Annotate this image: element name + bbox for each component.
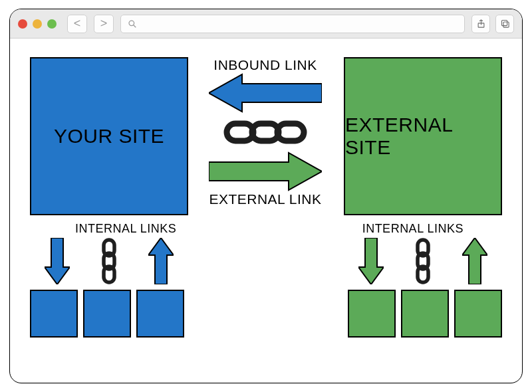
external-arrow-icon xyxy=(209,151,322,191)
browser-window: < > YOUR SITE EXTERNAL SITE INBOUND LINK xyxy=(9,9,523,383)
inbound-arrow-icon xyxy=(209,73,322,113)
your-site-box: YOUR SITE xyxy=(30,57,188,215)
svg-marker-19 xyxy=(462,238,487,284)
svg-marker-9 xyxy=(209,153,322,190)
chain-small-icon xyxy=(414,238,432,284)
minimize-icon[interactable] xyxy=(33,19,42,29)
arrow-up-icon xyxy=(462,238,487,284)
window-controls xyxy=(18,19,57,29)
close-icon[interactable] xyxy=(18,19,27,29)
inbound-link-label: INBOUND LINK xyxy=(213,57,317,73)
svg-line-1 xyxy=(134,25,136,27)
title-bar-right xyxy=(471,15,514,33)
external-link-label: EXTERNAL LINK xyxy=(209,191,321,207)
tabs-icon[interactable] xyxy=(495,15,514,33)
subpage-box xyxy=(30,290,78,338)
title-bar: < > xyxy=(10,9,522,39)
subpage-box xyxy=(136,290,184,338)
back-button[interactable]: < xyxy=(67,15,87,33)
zoom-icon[interactable] xyxy=(47,19,57,29)
svg-marker-5 xyxy=(209,74,322,112)
internal-links-label-left: INTERNAL LINKS xyxy=(75,222,176,236)
subpage-box xyxy=(401,290,449,338)
subpages-right xyxy=(348,290,502,338)
subpage-box xyxy=(454,290,502,338)
svg-rect-3 xyxy=(501,21,507,26)
forward-button[interactable]: > xyxy=(94,15,114,33)
internal-arrows-right xyxy=(344,237,502,286)
chain-small-icon xyxy=(100,238,118,284)
internal-arrows-left xyxy=(30,237,188,286)
diagram-canvas: YOUR SITE EXTERNAL SITE INBOUND LINK xyxy=(10,39,522,383)
external-site-label: EXTERNAL SITE xyxy=(345,114,501,159)
external-site-box: EXTERNAL SITE xyxy=(344,57,502,215)
url-bar[interactable] xyxy=(120,15,465,33)
arrow-down-icon xyxy=(45,238,70,284)
your-site-label: YOUR SITE xyxy=(54,125,164,147)
arrow-down-icon xyxy=(358,238,384,284)
subpage-box xyxy=(83,290,131,338)
search-icon xyxy=(128,19,137,29)
subpages-left xyxy=(30,290,184,338)
subpage-box xyxy=(348,290,396,338)
svg-marker-10 xyxy=(45,238,70,284)
svg-marker-15 xyxy=(358,238,384,284)
svg-marker-14 xyxy=(148,238,174,284)
svg-rect-4 xyxy=(503,22,509,27)
share-icon[interactable] xyxy=(471,15,490,33)
svg-point-0 xyxy=(129,21,134,26)
internal-links-label-right: INTERNAL LINKS xyxy=(362,222,464,236)
link-arrows-column: INBOUND LINK EXTERNAL LINK xyxy=(201,57,329,207)
chain-icon xyxy=(223,116,307,149)
arrow-up-icon xyxy=(148,238,174,284)
